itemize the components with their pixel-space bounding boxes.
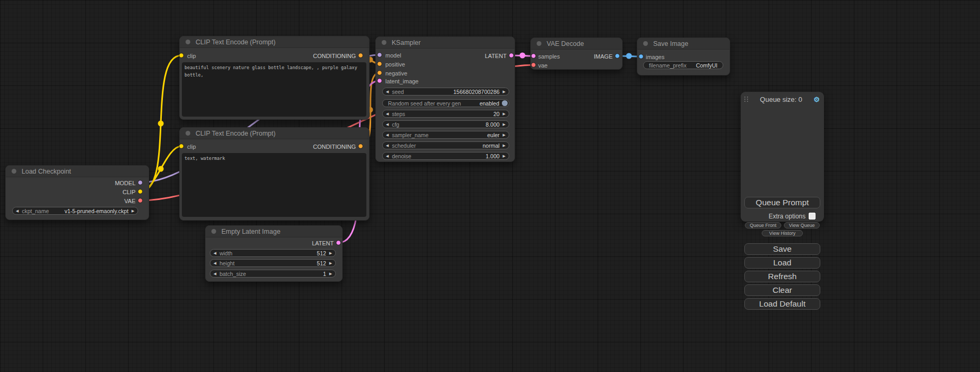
drag-handle-icon[interactable] [744,96,749,103]
port-conditioning-output[interactable] [358,53,363,58]
extra-options-label: Extra options [769,213,806,220]
port-clip-input[interactable] [179,53,184,58]
save-button[interactable]: Save [744,243,820,255]
queue-panel-header: Queue size: 0 ⚙ [741,96,824,103]
port-latent-output[interactable] [509,53,514,58]
gear-icon[interactable]: ⚙ [813,96,820,103]
extra-options-checkbox[interactable] [809,213,816,220]
refresh-button[interactable]: Refresh [744,271,820,282]
clear-button[interactable]: Clear [744,284,820,296]
port-model-output[interactable] [138,180,143,185]
port-image-output[interactable] [615,54,620,59]
port-positive-input[interactable] [377,62,382,66]
canvas[interactable]: { "colors":{ "model":"#B39DDB", "clip":"… [0,0,980,372]
queue-panel: Queue size: 0 ⚙ Queue Prompt Extra optio… [741,92,824,222]
view-queue-button[interactable]: View Queue [784,222,820,228]
port-samples-input[interactable] [531,54,536,59]
port-latent-image-input[interactable] [377,79,382,83]
queue-size-label: Queue size: 0 [749,96,813,103]
load-default-button[interactable]: Load Default [744,298,820,310]
port-dots-layer [0,0,980,372]
port-vae-output[interactable] [138,198,143,203]
port-clip-input[interactable] [179,144,184,149]
queue-prompt-button[interactable]: Queue Prompt [744,197,820,208]
port-model-input[interactable] [377,53,382,58]
load-button[interactable]: Load [744,257,820,269]
port-clip-output[interactable] [138,189,143,194]
port-vae-input[interactable] [531,63,536,68]
port-conditioning-output[interactable] [358,144,363,149]
port-negative-input[interactable] [377,71,382,75]
port-latent-output[interactable] [336,241,341,245]
port-images-input[interactable] [639,54,644,59]
view-history-button[interactable]: View History [762,230,803,236]
queue-front-button[interactable]: Queue Front [745,222,781,228]
